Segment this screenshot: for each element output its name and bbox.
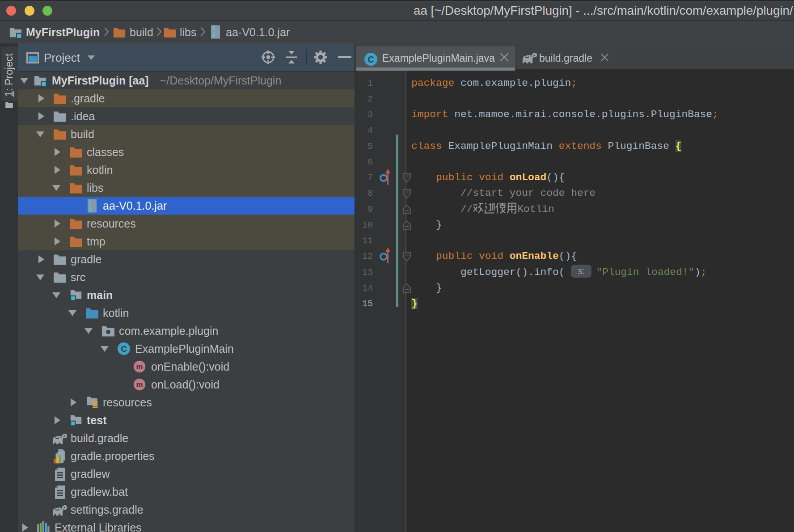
svg-text:C: C bbox=[121, 344, 127, 354]
svg-text:m: m bbox=[136, 380, 143, 389]
svg-text:C: C bbox=[367, 55, 374, 64]
svg-text:m: m bbox=[136, 363, 143, 371]
